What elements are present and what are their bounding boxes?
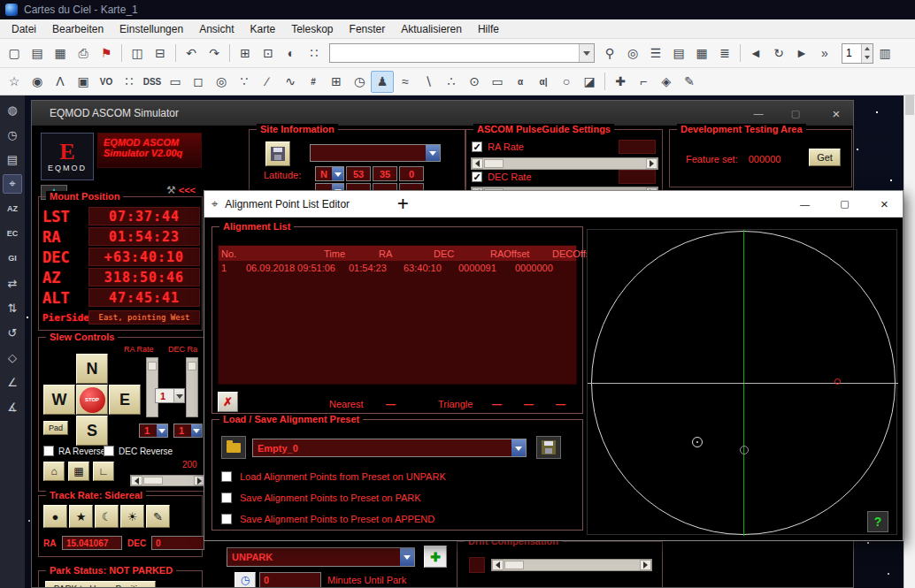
refresh-chart-icon[interactable]: ↻ [767, 42, 790, 65]
telescope-panel-icon[interactable]: ⌐ [632, 71, 655, 93]
lunar-rate-button[interactable]: ☾ [95, 505, 119, 528]
lock-chart-icon[interactable]: ◈ [655, 71, 678, 93]
grid-config-icon[interactable]: ⊡ [257, 42, 280, 65]
comet-path-icon[interactable]: ∕ [256, 71, 279, 93]
track-ra-field[interactable]: 15.041067 [62, 536, 122, 550]
edit-pencil-icon[interactable]: ✎ [678, 71, 701, 93]
latitude-deg-field[interactable]: 53 [346, 166, 371, 181]
slew-rate-combobox[interactable]: 1 [155, 388, 185, 403]
ccd-frame-icon[interactable]: ▭ [164, 71, 187, 93]
maximize-button[interactable]: ▢ [782, 101, 809, 126]
select-mode-icon[interactable]: ∷ [303, 42, 326, 65]
star-filter-icon[interactable]: ☆ [3, 71, 26, 93]
asteroid-icon[interactable]: ∵ [233, 71, 256, 93]
center-position-icon[interactable]: ◎ [621, 42, 644, 65]
edit-label-icon[interactable]: α| [532, 71, 555, 93]
track-stop-button[interactable]: ● [43, 505, 67, 528]
eqmod-titlebar[interactable]: EQMOD ASCOM Simulator — ▢ × [32, 101, 853, 126]
label-frame-icon[interactable]: ▭ [486, 71, 509, 93]
rotate-left-icon[interactable]: ↺ [3, 323, 22, 342]
app-titlebar[interactable]: Cartes du Ciel - Karte_1 [0, 0, 915, 19]
calendar-icon[interactable]: ▦ [690, 42, 713, 65]
slider-thumb[interactable] [143, 477, 163, 485]
ra-rate-slider[interactable] [146, 357, 158, 417]
table-row[interactable]: 1 06.09.2018 09:51:06 01:54:23 63:40:10 … [219, 261, 576, 275]
dropdown-arrow-icon[interactable] [191, 424, 202, 437]
hour-marks-icon[interactable]: ◷ [348, 71, 371, 93]
chart-info-icon[interactable]: ▤ [3, 149, 22, 169]
custom-rate-button[interactable]: ✎ [146, 505, 170, 528]
slew-limit-slider[interactable] [130, 475, 206, 486]
dropdown-arrow-icon[interactable] [157, 424, 167, 437]
print-icon[interactable]: ⎙ [72, 42, 95, 65]
park-home-button[interactable]: PARK to Home Position [45, 581, 156, 588]
galactic-coords-icon[interactable]: GI [3, 248, 22, 268]
finder-frame-icon[interactable]: ◻ [187, 71, 210, 93]
save-preset-button[interactable] [536, 436, 561, 459]
help-button[interactable]: ? [867, 511, 888, 532]
multi-panel-icon[interactable]: ◫ [126, 42, 149, 65]
menu-teleskop[interactable]: Teleskop [283, 21, 341, 37]
track-dec-field[interactable]: 0 [151, 536, 204, 550]
dropdown-arrow-icon[interactable] [511, 439, 526, 456]
equatorial-coords-icon[interactable]: EC [3, 224, 22, 243]
dec-reverse-checkbox[interactable] [104, 446, 114, 456]
load-preset-button[interactable] [221, 436, 246, 459]
home-position-button[interactable]: ⌂ [43, 462, 65, 481]
dec-rate-slider[interactable] [186, 357, 198, 417]
minimize-button[interactable]: — [745, 101, 772, 126]
ra-rate-slider-thumb[interactable] [148, 362, 157, 370]
object-search-input[interactable] [330, 44, 579, 62]
flip-vertical-icon[interactable]: ⇅ [3, 298, 22, 317]
preset-checkbox[interactable] [221, 493, 232, 503]
zoom-shape-icon[interactable]: ◇ [3, 347, 22, 367]
object-list-icon[interactable]: ☰ [644, 42, 667, 65]
menu-aktualisieren[interactable]: Aktualisieren [393, 21, 470, 37]
slew-east-button[interactable]: E [109, 385, 141, 415]
hemisphere-combobox[interactable]: N [315, 166, 344, 181]
split-panel-icon[interactable]: ⊟ [149, 42, 172, 65]
dec-slew-rate-combobox[interactable]: 1 [173, 424, 203, 438]
chart-pages-icon[interactable]: ▥ [873, 42, 896, 65]
spinner-down-icon[interactable] [862, 53, 873, 63]
menu-hilfe[interactable]: Hilfe [470, 21, 507, 37]
latitude-min-field[interactable]: 35 [373, 166, 397, 181]
menu-fenster[interactable]: Fenster [342, 21, 394, 37]
dialog-titlebar[interactable]: ⌖ Alignment Point List Editor — ▢ × + [204, 191, 903, 218]
telescope-control-icon[interactable]: ⌖ [3, 174, 22, 194]
slider-left-icon[interactable] [131, 476, 142, 485]
park-mode-combobox[interactable]: UNPARK [227, 547, 415, 567]
dropdown-arrow-icon[interactable] [400, 548, 414, 566]
dec-rate-slider-thumb[interactable] [188, 362, 196, 370]
site-preset-combobox[interactable] [310, 144, 441, 162]
slider-thumb[interactable] [504, 561, 524, 569]
slider-thumb[interactable] [484, 159, 504, 168]
detail-list-icon[interactable]: ▤ [667, 42, 690, 65]
redo-icon[interactable]: ↷ [203, 42, 226, 65]
angle-alt-icon[interactable]: ∡ [3, 397, 22, 416]
slew-stop-button[interactable]: STOP [76, 385, 108, 415]
meridian-icon[interactable]: ∖ [417, 71, 440, 93]
pad-button[interactable]: Pad [43, 421, 68, 435]
deepsky-filter-icon[interactable]: ◉ [26, 71, 49, 93]
menu-karte[interactable]: Karte [242, 21, 283, 37]
undo-icon[interactable]: ↶ [180, 42, 203, 65]
shading-icon[interactable]: ◪ [578, 71, 601, 93]
advance-time-icon[interactable]: » [813, 42, 836, 65]
latitude-sec-field[interactable]: 0 [399, 166, 424, 181]
new-chart-icon[interactable]: ▢ [3, 42, 26, 65]
ra-rate-checkbox[interactable]: ✓ [472, 141, 482, 152]
dropdown-arrow-icon[interactable] [173, 389, 184, 402]
flip-horizontal-icon[interactable]: ⇄ [3, 273, 22, 293]
dss-image-icon[interactable]: DSS [141, 71, 164, 93]
slider-left-icon[interactable] [492, 560, 504, 570]
search-dropdown-arrow-icon[interactable] [579, 44, 594, 62]
preset-combobox[interactable]: Empty_0 [252, 439, 527, 457]
alignment-table[interactable]: No.TimeRADECRAOffsetDECOffset 1 06.09.20… [218, 245, 577, 385]
menu-datei[interactable]: Datei [4, 21, 44, 37]
chart-vertical-scrollbar[interactable] [903, 39, 915, 588]
park-timer-button[interactable]: ◷ [235, 572, 256, 588]
slew-south-button[interactable]: S [76, 416, 108, 446]
slider-left-icon[interactable] [472, 158, 483, 169]
park-timer-field[interactable]: 0 [259, 572, 321, 588]
